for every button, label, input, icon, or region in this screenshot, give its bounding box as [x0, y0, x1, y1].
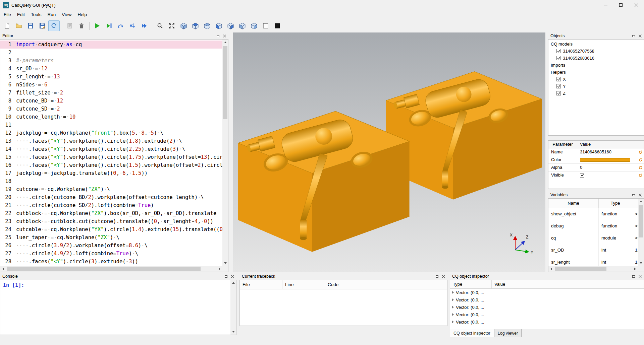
code-line-4[interactable]: sr_OD·=·12	[14, 65, 222, 73]
tree-item-x[interactable]: X	[548, 76, 644, 83]
color-swatch[interactable]	[580, 158, 630, 162]
code-line-15[interactable]: ····.faces("<Y").workplane().circle(1.75…	[14, 153, 222, 161]
scrollbar-thumb[interactable]	[555, 267, 606, 271]
code-line-25[interactable]: luer_taper·=·cq.Workplane("ZX")·\	[14, 233, 222, 242]
inspector-row[interactable]: Vector: (0.0, ...	[450, 311, 644, 318]
code-line-28[interactable]: ····.faces("<Y").circle(3).extrude(-3))	[14, 258, 222, 266]
code-line-26[interactable]: ····.circle(3.9/2).workplane(offset=8.6)…	[14, 242, 222, 250]
delete-all-button[interactable]	[76, 20, 87, 31]
menu-tools[interactable]: Tools	[28, 11, 45, 18]
menu-view[interactable]: View	[59, 11, 74, 18]
param-value[interactable]: 0	[577, 164, 637, 171]
reset-icon[interactable]	[637, 156, 644, 163]
inspector-row[interactable]: Vector: (0.0, ...	[450, 289, 644, 296]
scrollbar-thumb[interactable]	[223, 46, 227, 119]
step-button[interactable]	[115, 20, 126, 31]
tree-item-3140652683616[interactable]: 3140652683616	[548, 55, 644, 62]
editor-hscrollbar[interactable]	[0, 266, 222, 272]
scroll-left-button[interactable]	[0, 266, 6, 272]
delete-object-button[interactable]	[64, 20, 75, 31]
tree-item-3140652707568[interactable]: 3140652707568	[548, 48, 644, 55]
front-view-button[interactable]	[213, 20, 224, 31]
variable-row-show-object[interactable]: show_objectfunction<f	[548, 208, 638, 220]
cad-model[interactable]	[233, 32, 545, 272]
param-value[interactable]	[577, 171, 637, 179]
code-line-21[interactable]: ····.circle(cutcone_SD/2).loft(combine=T…	[14, 201, 222, 209]
code-line-14[interactable]: ····.faces("<Y").workplane().circle(2.25…	[14, 145, 222, 153]
fit-all-button[interactable]	[166, 20, 177, 31]
scrollbar-track[interactable]	[230, 286, 236, 329]
tree-item-imports[interactable]: Imports	[548, 62, 644, 69]
code-line-7[interactable]: fillet_size·=·2	[14, 89, 222, 97]
traceback-float-button[interactable]	[434, 274, 440, 279]
menu-help[interactable]: Help	[74, 11, 90, 18]
checkbox[interactable]	[556, 56, 561, 60]
variables-close-button[interactable]	[637, 193, 643, 198]
objects-float-button[interactable]	[631, 33, 636, 39]
traceback-close-button[interactable]	[441, 274, 446, 279]
scroll-right-button[interactable]	[632, 266, 638, 272]
viewport-3d[interactable]: X Z Y	[233, 32, 545, 272]
shaded-button[interactable]	[272, 20, 283, 31]
checkbox[interactable]	[580, 173, 584, 178]
tab-log-viewer[interactable]: Log viewer	[494, 329, 522, 337]
code-line-24[interactable]: cutcable·=·cq.Workplane("YX").circle(1.4…	[14, 225, 222, 233]
expand-icon[interactable]	[452, 291, 454, 294]
scrollbar-thumb[interactable]	[7, 267, 201, 271]
scroll-up-button[interactable]	[222, 40, 228, 45]
variable-row-debug[interactable]: debugfunction<f	[548, 220, 638, 232]
param-value[interactable]: 3140646685160	[577, 148, 637, 156]
inspector-float-button[interactable]	[631, 274, 636, 279]
scroll-up-button[interactable]	[638, 199, 644, 204]
code-line-19[interactable]: cutcone·=·cq.Workplane("ZX")·\	[14, 185, 222, 193]
close-button[interactable]	[629, 0, 644, 10]
console-content[interactable]: In [1]:	[0, 280, 236, 335]
expand-icon[interactable]	[452, 306, 454, 308]
right-view-button[interactable]	[248, 20, 260, 31]
scrollbar-thumb[interactable]	[639, 205, 643, 237]
console-vscrollbar[interactable]	[230, 280, 236, 335]
editor-close-button[interactable]	[222, 33, 227, 39]
step-into-button[interactable]	[127, 20, 138, 31]
scroll-right-button[interactable]	[217, 266, 222, 272]
variable-row-cq[interactable]: cqmodule<m	[548, 232, 638, 244]
maximize-button[interactable]	[613, 0, 629, 10]
code-line-16[interactable]: ····.faces("<Y").workplane().circle(1.5)…	[14, 161, 222, 169]
scrollbar-track[interactable]	[554, 266, 632, 272]
save-as-button[interactable]	[37, 20, 48, 31]
scrollbar-track[interactable]	[222, 45, 228, 260]
code-line-22[interactable]: cutblock·=·cq.Workplane("ZX").box(sr_OD,…	[14, 209, 222, 217]
tree-item-helpers[interactable]: Helpers	[548, 69, 644, 76]
continue-button[interactable]	[139, 20, 150, 31]
console-float-button[interactable]	[223, 274, 229, 279]
scroll-down-button[interactable]	[222, 260, 228, 266]
expand-icon[interactable]	[452, 298, 454, 301]
left-view-button[interactable]	[236, 20, 248, 31]
code-line-11[interactable]	[14, 121, 222, 129]
param-value[interactable]	[577, 156, 637, 163]
code-line-12[interactable]: jackplug·=·cq.Workplane("front").box(5,·…	[14, 129, 222, 137]
editor-float-button[interactable]	[215, 33, 221, 39]
wireframe-button[interactable]	[260, 20, 271, 31]
code-line-6[interactable]: nSides·=·6	[14, 81, 222, 89]
minimize-button[interactable]	[598, 0, 613, 10]
tab-cq-object-inspector[interactable]: CQ object inspector	[450, 329, 494, 337]
reset-icon[interactable]	[637, 164, 644, 171]
reset-icon[interactable]	[637, 148, 644, 156]
inspector-row[interactable]: Vector: (0.0, ...	[450, 303, 644, 311]
editor-vscrollbar[interactable]	[222, 40, 228, 266]
code-line-27[interactable]: ····.circle(4.9/2).loft(combine=True)·\	[14, 250, 222, 258]
new-script-button[interactable]	[1, 20, 13, 31]
code-line-1[interactable]: import·cadquery·as·cq	[14, 41, 222, 49]
checkbox[interactable]	[556, 77, 561, 81]
scroll-left-button[interactable]	[548, 266, 554, 272]
editor-code[interactable]: import·cadquery·as·cq#·parameterssr_OD·=…	[14, 40, 222, 272]
tree-item-cq-models[interactable]: CQ models	[548, 41, 644, 48]
code-line-23[interactable]: cutblock·=·cutblock.cut(cutcone).transla…	[14, 217, 222, 225]
menu-file[interactable]: File	[1, 11, 14, 18]
autoreload-button[interactable]	[48, 20, 60, 31]
checkbox[interactable]	[556, 49, 561, 53]
scroll-down-button[interactable]	[638, 260, 644, 266]
checkbox[interactable]	[556, 84, 561, 88]
objects-close-button[interactable]	[637, 33, 643, 39]
